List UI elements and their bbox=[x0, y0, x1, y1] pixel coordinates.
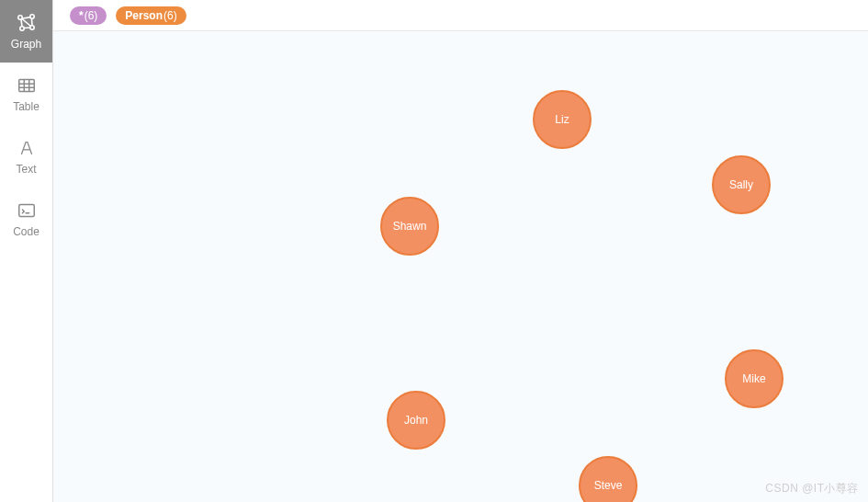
sidebar-item-graph[interactable]: Graph bbox=[0, 0, 52, 63]
node-label: Steve bbox=[594, 479, 623, 492]
graph-node[interactable]: Liz bbox=[533, 90, 592, 149]
view-sidebar: Graph Table Text bbox=[0, 0, 53, 502]
pill-label: Person bbox=[125, 9, 163, 22]
svg-line-6 bbox=[31, 18, 32, 26]
graph-node[interactable]: John bbox=[387, 391, 445, 450]
label-pill-all[interactable]: *(6) bbox=[70, 6, 107, 25]
code-icon bbox=[16, 200, 38, 222]
sidebar-item-table[interactable]: Table bbox=[0, 63, 52, 125]
svg-point-0 bbox=[17, 16, 21, 19]
graph-icon bbox=[16, 12, 38, 34]
svg-line-5 bbox=[21, 19, 22, 27]
svg-point-2 bbox=[19, 27, 23, 30]
svg-rect-9 bbox=[18, 80, 34, 92]
pill-count: (6) bbox=[85, 9, 98, 22]
graph-canvas[interactable]: Liz Sally Shawn Mike John Steve bbox=[53, 31, 868, 502]
node-label: Mike bbox=[742, 372, 765, 385]
node-label: John bbox=[404, 414, 428, 427]
svg-line-8 bbox=[22, 19, 31, 27]
sidebar-item-label: Graph bbox=[11, 38, 41, 51]
graph-node[interactable]: Steve bbox=[579, 456, 637, 502]
node-label: Sally bbox=[729, 178, 753, 191]
sidebar-item-text[interactable]: Text bbox=[0, 125, 52, 188]
pill-label: * bbox=[79, 9, 84, 22]
node-label: Shawn bbox=[393, 220, 427, 233]
text-icon bbox=[16, 137, 38, 159]
svg-point-1 bbox=[29, 15, 33, 18]
svg-rect-15 bbox=[18, 205, 34, 217]
app-container: Graph Table Text bbox=[0, 0, 868, 502]
label-bar: *(6) Person(6) bbox=[53, 0, 868, 31]
svg-line-7 bbox=[24, 28, 30, 29]
graph-node[interactable]: Shawn bbox=[380, 197, 439, 256]
node-label: Liz bbox=[555, 113, 569, 126]
label-pill-person[interactable]: Person(6) bbox=[116, 6, 186, 25]
table-icon bbox=[16, 74, 38, 97]
svg-line-4 bbox=[21, 17, 29, 19]
sidebar-item-label: Code bbox=[13, 225, 39, 238]
pill-count: (6) bbox=[163, 9, 177, 22]
sidebar-item-label: Table bbox=[13, 100, 39, 113]
main-panel: *(6) Person(6) Liz Sally Shawn Mike John… bbox=[53, 0, 868, 502]
graph-node[interactable]: Mike bbox=[725, 349, 783, 408]
graph-node[interactable]: Sally bbox=[712, 155, 771, 214]
sidebar-item-label: Text bbox=[16, 163, 36, 176]
sidebar-item-code[interactable]: Code bbox=[0, 188, 52, 250]
